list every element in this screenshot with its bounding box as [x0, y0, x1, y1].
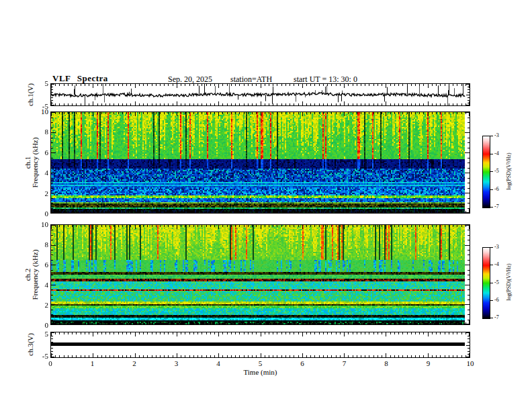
- x-axis-tick-label: 10: [460, 359, 480, 367]
- colorbar-tick-label: -5: [494, 168, 506, 174]
- spec2-ytick-label: 4: [34, 281, 48, 289]
- colorbar-tickmark: [490, 154, 493, 154]
- ch2-axis-label-line2: Frequency (kHz): [32, 250, 39, 300]
- ch1-waveform-panel: [50, 83, 470, 106]
- colorbar-tickmark: [490, 283, 493, 283]
- plot-title: VLF Spectra: [52, 73, 108, 84]
- colorbar-tick-label: -3: [494, 132, 506, 138]
- x-axis-tick-label: 1: [83, 359, 103, 367]
- colorbar-tick-label: -6: [494, 186, 506, 192]
- colorbar-tickmark: [490, 207, 493, 208]
- spec2-ytick-label: 8: [34, 240, 48, 248]
- ch2-spectrogram-canvas: [51, 225, 470, 324]
- colorbar-ch2: [482, 247, 490, 319]
- spec1-ytick-label: 4: [34, 169, 48, 177]
- colorbar-tick-label: -5: [494, 279, 506, 285]
- ch3-voltage-axis-label: ch.3(V): [27, 333, 34, 356]
- colorbar-tickmark: [490, 247, 493, 248]
- colorbar-tickmark: [490, 189, 493, 190]
- x-axis-tick-label: 5: [251, 359, 271, 367]
- x-axis-tick-label: 2: [124, 359, 144, 367]
- ch2-frequency-axis-label: ch.2 Frequency (kHz): [24, 250, 39, 300]
- colorbar-tick-label: -6: [494, 297, 506, 303]
- colorbar-tickmark: [490, 300, 493, 301]
- x-axis-tick-label: 8: [376, 359, 396, 367]
- colorbar-tick-label: -7: [494, 203, 506, 210]
- colorbar-tick-label: -4: [494, 261, 506, 267]
- x-axis-tick-label: 3: [167, 359, 187, 367]
- spec2-ytick-label: 6: [34, 261, 48, 269]
- ch3-waveform-panel: [50, 332, 470, 358]
- x-axis-tick-label: 4: [208, 359, 228, 367]
- x-axis-tick-label: 6: [292, 359, 312, 367]
- ch1-voltage-axis-label: ch.1(V): [27, 83, 34, 106]
- colorbar-tickmark: [490, 136, 493, 136]
- ch1-axis-label-line2: Frequency (kHz): [32, 138, 39, 188]
- spec1-ytick-label: 2: [34, 189, 48, 197]
- x-axis-tick-label: 0: [40, 359, 60, 367]
- colorbar-tick-label: -4: [494, 150, 506, 156]
- vlf-spectra-figure: VLF Spectra Sep. 20, 2025 station=ATH st…: [0, 0, 532, 411]
- x-axis-tick-label: 9: [418, 359, 439, 367]
- ch1-frequency-axis-label: ch.1 Frequency (kHz): [24, 138, 39, 188]
- ch1-ytick-label: -5: [34, 102, 48, 110]
- colorbar-tick-label: -7: [494, 314, 506, 320]
- ch1-waveform-canvas: [51, 84, 470, 105]
- ch1-spectrogram-panel: [50, 111, 470, 214]
- colorbar-tickmark: [490, 171, 493, 172]
- colorbar-tickmark: [490, 318, 493, 318]
- ch1-spectrogram-canvas: [51, 112, 470, 213]
- spec2-ytick-label: 0: [34, 321, 48, 329]
- spec2-ytick-label: 10: [34, 220, 48, 228]
- spec1-ytick-label: 8: [34, 128, 48, 136]
- x-axis-title: Time (min): [50, 368, 470, 376]
- colorbar-tickmark: [490, 265, 493, 265]
- ch1-ytick-label: 5: [34, 79, 48, 87]
- spec1-ytick-label: 6: [34, 148, 48, 156]
- spec1-ytick-label: 0: [34, 210, 48, 218]
- spec2-ytick-label: 2: [34, 301, 48, 309]
- colorbar-tick-label: -3: [494, 244, 506, 250]
- colorbar-ch1: [482, 136, 490, 208]
- x-axis-tick-label: 7: [335, 359, 355, 367]
- ch2-spectrogram-panel: [50, 224, 470, 325]
- ch3-ytick-label: 5: [34, 330, 48, 338]
- ch3-waveform-canvas: [51, 332, 470, 357]
